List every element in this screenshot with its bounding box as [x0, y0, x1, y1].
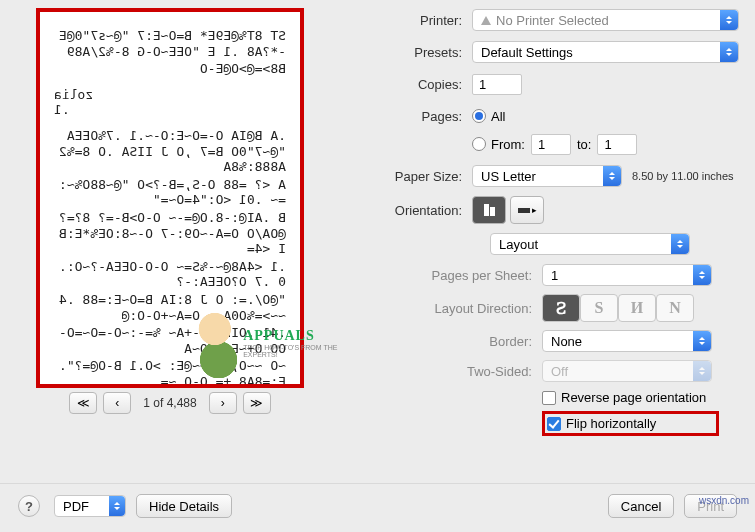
layout-dir-4-button[interactable]: N: [656, 294, 694, 322]
presets-value: Default Settings: [481, 45, 573, 60]
copies-input[interactable]: 1: [472, 74, 522, 95]
border-label: Border:: [394, 334, 532, 349]
papersize-select[interactable]: US Letter: [472, 165, 622, 187]
cancel-button[interactable]: Cancel: [608, 494, 674, 518]
section-select[interactable]: Layout: [490, 233, 690, 255]
border-value: None: [551, 334, 582, 349]
papersize-dims: 8.50 by 11.00 inches: [632, 170, 734, 182]
pdf-menu-button[interactable]: PDF: [54, 495, 126, 517]
pages-from-radio[interactable]: [472, 137, 486, 151]
chevron-updown-icon: [671, 234, 689, 254]
chevron-updown-icon: [693, 361, 711, 381]
orientation-portrait-button[interactable]: [472, 196, 506, 224]
orientation-landscape-button[interactable]: ▸: [510, 196, 544, 224]
pages-to-input[interactable]: 1: [597, 134, 637, 155]
section-value: Layout: [499, 237, 538, 252]
copies-label: Copies:: [354, 77, 462, 92]
flip-horizontally-checkbox[interactable]: [547, 417, 561, 431]
pps-select[interactable]: 1: [542, 264, 712, 286]
preview-pager: ≪ ‹ 1 of 4,488 › ≫: [10, 392, 330, 414]
main-area: ST 8T%@E9E* B=O~E:7 "@~s7"0@E-*?A8 .1 E …: [0, 0, 755, 483]
reverse-orientation-label: Reverse page orientation: [561, 390, 706, 405]
pages-from-label: From:: [491, 137, 525, 152]
layout-dir-3-button[interactable]: И: [618, 294, 656, 322]
presets-label: Presets:: [354, 45, 462, 60]
pages-all-radio[interactable]: [472, 109, 486, 123]
pager-next-button[interactable]: ›: [209, 392, 237, 414]
layout-dir-2-button[interactable]: S: [580, 294, 618, 322]
warning-icon: [481, 16, 491, 25]
pps-value: 1: [551, 268, 558, 283]
chevron-down-icon: [109, 496, 125, 516]
hide-details-button[interactable]: Hide Details: [136, 494, 232, 518]
help-button[interactable]: ?: [18, 495, 40, 517]
pager-last-button[interactable]: ≫: [243, 392, 271, 414]
chevron-updown-icon: [693, 331, 711, 351]
chevron-updown-icon: [603, 166, 621, 186]
pager-first-button[interactable]: ≪: [69, 392, 97, 414]
orientation-label: Orientation:: [354, 203, 462, 218]
presets-select[interactable]: Default Settings: [472, 41, 739, 63]
pages-from-input[interactable]: 1: [531, 134, 571, 155]
layout-dir-1-button[interactable]: Ƨ: [542, 294, 580, 322]
twosided-value: Off: [551, 364, 568, 379]
print-dialog: ST 8T%@E9E* B=O~E:7 "@~s7"0@E-*?A8 .1 E …: [0, 0, 755, 532]
printer-label: Printer:: [354, 13, 462, 28]
chevron-updown-icon: [720, 42, 738, 62]
flip-horizontally-highlight: Flip horizontally: [542, 411, 719, 436]
reverse-orientation-checkbox[interactable]: [542, 391, 556, 405]
printer-value: No Printer Selected: [496, 13, 609, 28]
form-column: Printer: No Printer Selected Presets: De…: [330, 8, 745, 483]
preview-column: ST 8T%@E9E* B=O~E:7 "@~s7"0@E-*?A8 .1 E …: [10, 8, 330, 483]
printer-select[interactable]: No Printer Selected: [472, 9, 739, 31]
pages-to-label: to:: [577, 137, 591, 152]
preview-page: ST 8T%@E9E* B=O~E:7 "@~s7"0@E-*?A8 .1 E …: [48, 20, 292, 376]
twosided-select[interactable]: Off: [542, 360, 712, 382]
twosided-label: Two-Sided:: [394, 364, 532, 379]
pages-all-label: All: [491, 109, 505, 124]
preview-frame: ST 8T%@E9E* B=O~E:7 "@~s7"0@E-*?A8 .1 E …: [36, 8, 304, 388]
pages-label: Pages:: [354, 109, 462, 124]
page-indicator: 1 of 4,488: [143, 396, 196, 410]
chevron-updown-icon: [693, 265, 711, 285]
chevron-updown-icon: [720, 10, 738, 30]
pager-prev-button[interactable]: ‹: [103, 392, 131, 414]
direction-label: Layout Direction:: [394, 301, 532, 316]
source-watermark: wsxdn.com: [699, 495, 749, 506]
pdf-label: PDF: [63, 499, 89, 514]
papersize-value: US Letter: [481, 169, 536, 184]
border-select[interactable]: None: [542, 330, 712, 352]
pps-label: Pages per Sheet:: [394, 268, 532, 283]
papersize-label: Paper Size:: [354, 169, 462, 184]
flip-horizontally-label: Flip horizontally: [566, 416, 656, 431]
dialog-footer: ? PDF Hide Details Cancel Print: [0, 483, 755, 532]
